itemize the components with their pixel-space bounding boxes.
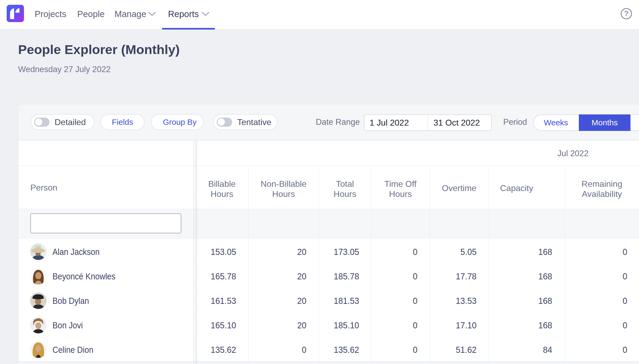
svg-text:?: ? [624,10,629,18]
